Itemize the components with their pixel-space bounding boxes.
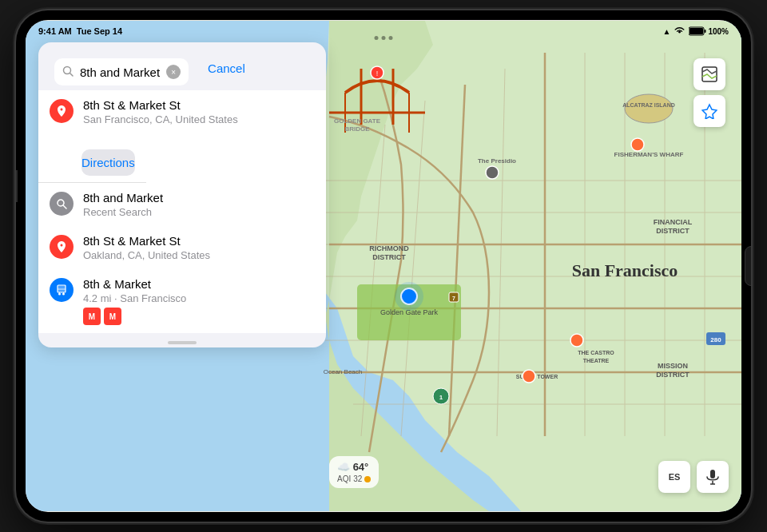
result-text-2: 8th and Market Recent Search	[83, 191, 315, 218]
result-icon-1	[50, 99, 74, 123]
svg-text:ALCATRAZ ISLAND: ALCATRAZ ISLAND	[622, 102, 675, 108]
directions-button[interactable]: Directions	[81, 149, 135, 176]
search-bar[interactable]: 8th and Market ×	[54, 58, 189, 85]
transit-icon-1: M	[83, 308, 101, 325]
search-result-1[interactable]: 8th St & Market St San Francisco, CA, Un…	[38, 90, 326, 183]
status-bar: 9:41 AM Tue Sep 14 ▲	[26, 20, 741, 42]
battery-icon: 100%	[689, 26, 729, 36]
wifi-icon	[674, 26, 686, 37]
svg-text:BRIDGE: BRIDGE	[344, 125, 370, 133]
svg-text:Ocean Beach: Ocean Beach	[324, 368, 362, 375]
search-icon	[62, 66, 74, 79]
svg-point-52	[395, 282, 423, 311]
result-sub-2: Recent Search	[83, 206, 315, 218]
result-name-4: 8th & Market	[83, 277, 315, 291]
screen: 9:41 AM Tue Sep 14 ▲	[26, 20, 741, 512]
result-name-2: 8th and Market	[83, 191, 315, 204]
svg-rect-59	[702, 67, 717, 81]
map-type-button[interactable]	[693, 58, 725, 90]
svg-rect-71	[710, 470, 715, 478]
sun-icon: ☁️	[337, 461, 350, 473]
svg-text:THEATRE: THEATRE	[583, 358, 610, 363]
location-icon: ▲	[663, 27, 671, 36]
svg-text:DISTRICT: DISTRICT	[372, 253, 406, 261]
result-text-1: 8th St & Market St San Francisco, CA, Un…	[83, 98, 238, 125]
svg-text:FINANCIAL: FINANCIAL	[654, 218, 693, 226]
svg-text:GOLDEN GATE: GOLDEN GATE	[334, 117, 381, 125]
svg-text:DISTRICT: DISTRICT	[656, 227, 690, 235]
panel-handle	[38, 333, 326, 347]
ipad-device: 9:41 AM Tue Sep 14 ▲	[16, 10, 751, 522]
transit-icon-2: M	[104, 308, 121, 325]
svg-point-56	[570, 334, 583, 347]
svg-text:!: !	[376, 69, 379, 77]
svg-text:RICHMOND: RICHMOND	[369, 244, 409, 252]
search-result-3[interactable]: 8th St & Market St Oakland, CA, United S…	[38, 226, 326, 269]
search-panel: 8th and Market × Cancel	[38, 42, 326, 347]
search-result-4[interactable]: 8th & Market 4.2 mi · San Francisco M M	[38, 269, 326, 333]
weather-temperature: ☁️ 64°	[337, 461, 371, 473]
svg-point-27	[625, 94, 673, 123]
svg-line-61	[70, 73, 74, 76]
weather-aqi: AQI 32	[337, 474, 371, 483]
bottom-controls: ES	[658, 461, 729, 493]
svg-point-57	[523, 370, 535, 383]
location-button[interactable]	[693, 95, 725, 127]
svg-rect-1	[690, 28, 703, 34]
search-cancel-button[interactable]: Cancel	[201, 62, 248, 75]
directions-button-wrap: Directions	[38, 143, 146, 183]
result-text-3: 8th St & Market St Oakland, CA, United S…	[83, 234, 315, 261]
result-name-1: 8th St & Market St	[83, 98, 238, 112]
search-clear-button[interactable]: ×	[166, 65, 181, 79]
transit-icons: M M	[83, 308, 315, 325]
svg-text:THE CASTRO: THE CASTRO	[578, 350, 614, 355]
svg-text:The Presidio: The Presidio	[478, 157, 516, 165]
svg-point-58	[486, 166, 499, 179]
result-icon-3	[50, 235, 74, 259]
svg-text:280: 280	[710, 336, 721, 343]
search-result-2[interactable]: 8th and Market Recent Search	[38, 183, 326, 226]
search-input[interactable]: 8th and Market	[80, 66, 160, 79]
weather-widget: ☁️ 64° AQI 32	[329, 456, 379, 488]
search-results-list: 8th St & Market St San Francisco, CA, Un…	[38, 90, 326, 333]
microphone-button[interactable]	[697, 461, 729, 493]
volume-button[interactable]	[16, 170, 18, 202]
battery-level: 100%	[708, 27, 729, 36]
svg-text:1: 1	[439, 394, 443, 401]
aqi-indicator	[364, 476, 371, 482]
handle-bar	[168, 341, 197, 344]
svg-text:San Francisco: San Francisco	[572, 260, 678, 280]
date-display: Tue Sep 14	[77, 26, 122, 36]
result-icon-2	[50, 192, 74, 216]
svg-rect-64	[58, 285, 66, 292]
result-sub-1: San Francisco, CA, United States	[83, 113, 238, 125]
map-controls	[693, 58, 725, 127]
svg-text:7: 7	[452, 296, 455, 301]
home-button[interactable]	[745, 246, 751, 286]
svg-text:DISTRICT: DISTRICT	[656, 371, 690, 379]
result-sub-4: 4.2 mi · San Francisco	[83, 292, 315, 304]
svg-text:MISSION: MISSION	[658, 362, 688, 370]
result-sub-3: Oakland, CA, United States	[83, 249, 315, 261]
es-button[interactable]: ES	[658, 461, 690, 493]
result-text-4: 8th & Market 4.2 mi · San Francisco M M	[83, 277, 315, 325]
svg-text:FISHERMAN'S WHARF: FISHERMAN'S WHARF	[614, 151, 684, 158]
svg-rect-2	[705, 30, 706, 33]
svg-point-55	[631, 138, 644, 151]
result-name-3: 8th St & Market St	[83, 234, 315, 248]
result-icon-4	[50, 278, 74, 302]
svg-line-63	[63, 205, 66, 208]
time-display: 9:41 AM	[38, 26, 72, 36]
